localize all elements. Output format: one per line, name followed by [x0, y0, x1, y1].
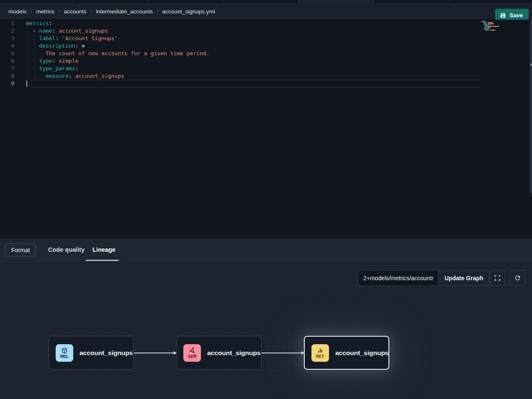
node-label: account_signups — [207, 349, 260, 357]
code-text: The count of new accounts for a given ti… — [26, 50, 209, 57]
node-label: account_signups — [335, 349, 388, 357]
badge-label: MDL — [60, 354, 69, 359]
semantic-badge: SEM — [183, 344, 201, 362]
lineage-edge — [134, 353, 176, 353]
breadcrumb-item[interactable]: intermediate_accounts — [96, 8, 153, 15]
code-line[interactable]: 4 description: > — [0, 42, 532, 50]
editor-tab[interactable] — [73, 0, 148, 3]
code-line[interactable]: 3 label: 'Account Signups' — [0, 35, 532, 42]
bar-chart-icon — [317, 347, 324, 354]
cube-icon — [61, 347, 68, 354]
editor-tab[interactable] — [148, 0, 223, 3]
line-number: 1 — [0, 20, 14, 27]
code-lines[interactable]: 1metrics:2 - name: account_signups3 labe… — [0, 20, 532, 87]
breadcrumb-item[interactable]: metrics — [36, 8, 54, 15]
chevron-right-icon: › — [58, 8, 60, 14]
breadcrumb-item[interactable]: accounts — [64, 8, 86, 15]
format-button[interactable]: Format — [5, 243, 36, 256]
lineage-node-metric[interactable]: MET account_signups — [304, 336, 389, 370]
breadcrumb-bar: models›metrics›accounts›intermediate_acc… — [0, 3, 532, 20]
bottom-panel: Format Code quality Lineage Update Graph — [0, 238, 532, 399]
lineage-canvas[interactable]: Update Graph — [0, 263, 532, 399]
code-line[interactable]: 9 — [0, 80, 532, 87]
breadcrumb-item[interactable]: models — [8, 8, 27, 15]
code-line[interactable]: 2 - name: account_signups — [0, 27, 532, 35]
editor-tab[interactable] — [0, 0, 73, 3]
line-number: 3 — [0, 35, 14, 42]
chevron-right-icon: › — [157, 8, 159, 14]
tab-code-quality[interactable]: Code quality — [48, 246, 85, 253]
fullscreen-icon — [494, 274, 501, 281]
model-badge: MDL — [56, 344, 73, 362]
editor-tab[interactable] — [374, 0, 450, 3]
breadcrumb: models›metrics›accounts›intermediate_acc… — [0, 8, 215, 15]
line-number: 8 — [0, 72, 14, 80]
save-button-label: Save — [509, 12, 523, 18]
selector-group: Update Graph — [358, 270, 490, 286]
code-line[interactable]: 5 The count of new accounts for a given … — [0, 50, 532, 57]
code-text: metrics: — [26, 20, 52, 27]
code-line[interactable]: 8 measure: account_signups — [0, 72, 532, 80]
code-line[interactable]: 7 type_params: — [0, 65, 532, 72]
panel-divider — [34, 240, 34, 260]
lineage-edge — [262, 353, 304, 353]
editor-tab[interactable] — [223, 0, 298, 3]
update-graph-button[interactable]: Update Graph — [438, 270, 490, 286]
refresh-icon — [514, 274, 521, 281]
code-text: type: simple — [26, 57, 78, 65]
editor-tab[interactable] — [450, 0, 532, 3]
lineage-node-semantic-model[interactable]: SEM account_signups — [176, 336, 262, 370]
tab-lineage[interactable]: Lineage — [93, 246, 116, 253]
line-number: 4 — [0, 42, 14, 50]
breadcrumb-item[interactable]: account_signups.yml — [162, 8, 215, 15]
lineage-node-model[interactable]: MDL account_signups — [49, 336, 134, 370]
chevron-right-icon: › — [31, 8, 33, 14]
refresh-button[interactable] — [510, 270, 525, 286]
ide-window: models›metrics›accounts›intermediate_acc… — [0, 0, 532, 399]
badge-label: SEM — [188, 354, 196, 359]
code-editor[interactable]: 1metrics:2 - name: account_signups3 labe… — [0, 20, 532, 238]
code-text: label: 'Account Signups' — [26, 35, 118, 42]
line-number: 9 — [0, 80, 14, 87]
line-number: 6 — [0, 57, 14, 65]
save-icon — [500, 12, 506, 18]
node-label: account_signups — [80, 349, 133, 357]
code-line[interactable]: 1metrics: — [0, 20, 532, 27]
line-number: 5 — [0, 50, 14, 57]
line-number: 2 — [0, 27, 14, 35]
badge-label: MET — [316, 354, 324, 359]
fullscreen-button[interactable] — [490, 270, 505, 286]
line-number: 7 — [0, 65, 14, 72]
code-text: measure: account_signups — [26, 72, 124, 80]
code-text: - name: account_signups — [26, 27, 108, 35]
code-line[interactable]: 6 type: simple — [0, 57, 532, 65]
chevron-right-icon: › — [90, 8, 92, 14]
code-text: type_params: — [26, 65, 78, 72]
lineage-selector-input[interactable] — [358, 270, 438, 286]
editor-tab[interactable] — [298, 0, 374, 3]
editor-tab-strip — [0, 0, 532, 3]
active-tab-underline — [86, 260, 119, 261]
network-icon — [189, 347, 195, 354]
code-text: description: > — [26, 42, 85, 50]
metric-badge: MET — [311, 344, 329, 362]
